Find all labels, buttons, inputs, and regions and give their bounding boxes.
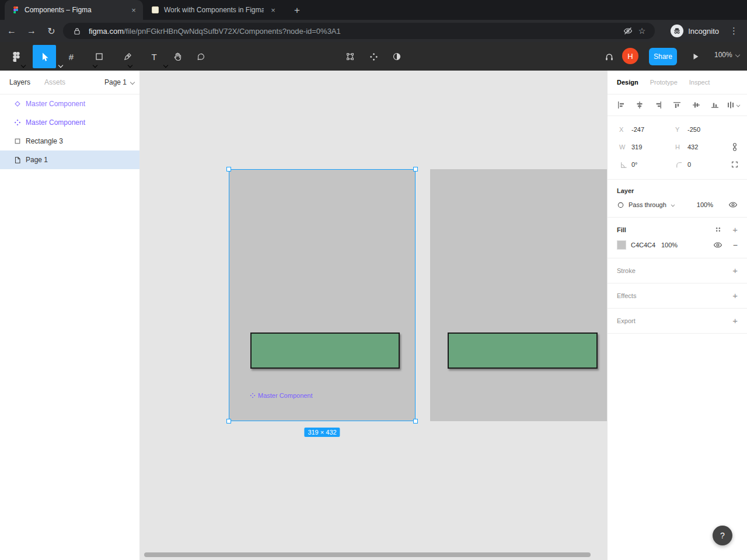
audio-call-button[interactable]	[598, 45, 621, 68]
add-effect-icon[interactable]: +	[732, 291, 738, 300]
help-button[interactable]: ?	[713, 526, 732, 545]
fill-row: C4C4C4 100% −	[617, 240, 738, 250]
move-tool-button[interactable]	[33, 45, 56, 68]
master-component-frame[interactable]	[229, 169, 416, 421]
fill-color-swatch[interactable]	[617, 240, 626, 250]
browser-menu-icon[interactable]: ⋮	[727, 24, 741, 38]
align-horizontal-center-icon[interactable]	[632, 98, 647, 112]
fill-section-title: Fill	[617, 226, 626, 233]
layer-row-master-component-frame[interactable]: Master Component	[0, 94, 139, 113]
height-input[interactable]: 432	[687, 144, 698, 150]
layer-name: Master Component	[26, 100, 85, 108]
master-component-rectangle[interactable]	[250, 332, 400, 369]
layer-row-page-1[interactable]: Page 1	[0, 150, 139, 169]
width-input[interactable]: 319	[631, 144, 642, 150]
pen-tool-button[interactable]	[116, 45, 139, 68]
y-input[interactable]: -250	[687, 126, 700, 133]
tab-design[interactable]: Design	[617, 79, 638, 86]
chevron-down-icon	[736, 103, 740, 107]
hand-icon	[173, 52, 182, 61]
fill-opacity-input[interactable]: 100%	[661, 242, 678, 249]
layer-name: Rectangle 3	[26, 137, 63, 145]
layer-visibility-icon[interactable]	[728, 201, 738, 209]
x-input[interactable]: -247	[631, 126, 644, 133]
rectangle-tool-icon	[95, 52, 103, 61]
add-fill-icon[interactable]: +	[732, 225, 738, 234]
add-stroke-icon[interactable]: +	[732, 266, 738, 275]
constrain-proportions-icon[interactable]	[731, 142, 739, 152]
align-right-icon[interactable]	[651, 98, 666, 112]
blend-mode-select[interactable]: Pass through	[617, 201, 675, 209]
independent-corners-icon[interactable]	[731, 160, 739, 169]
tab-inspect[interactable]: Inspect	[689, 79, 710, 86]
menu-chevron-icon[interactable]	[21, 63, 26, 68]
tab-assets[interactable]: Assets	[44, 78, 65, 86]
comment-tool-button[interactable]	[189, 45, 212, 68]
frame-tool-button[interactable]: #	[60, 45, 83, 68]
selection-size-badge: 319 × 432	[304, 428, 340, 437]
layer-section-title: Layer	[617, 187, 634, 194]
browser-tab-help-doc[interactable]: Work with Components in Figma ×	[144, 0, 282, 20]
create-component-button[interactable]	[362, 45, 385, 68]
edit-object-button[interactable]	[338, 45, 362, 68]
share-button[interactable]: Share	[649, 48, 677, 65]
figma-favicon-icon	[12, 6, 20, 14]
incognito-profile-chip[interactable]: Incognito	[671, 23, 719, 39]
fill-section: Fill + C4C4C4 100% −	[608, 218, 747, 258]
fill-hex-input[interactable]: C4C4C4	[631, 242, 661, 249]
page-selector[interactable]: Page 1	[104, 78, 135, 86]
forward-icon[interactable]: →	[23, 23, 40, 39]
mask-button[interactable]	[385, 45, 409, 68]
align-top-icon[interactable]	[669, 98, 685, 112]
layer-row-master-component[interactable]: Master Component	[0, 113, 139, 132]
layer-opacity-input[interactable]: 100%	[697, 201, 713, 208]
fill-visibility-icon[interactable]	[713, 241, 722, 249]
play-icon	[692, 52, 700, 61]
rotation-icon	[619, 161, 631, 169]
y-label: Y	[675, 126, 687, 133]
instance-rectangle[interactable]	[448, 332, 598, 369]
eye-off-icon[interactable]	[621, 24, 635, 38]
size-row: W 319 H 432	[608, 138, 747, 156]
avatar[interactable]: H	[622, 48, 638, 64]
instance-frame[interactable]	[430, 169, 607, 421]
profile-label: Incognito	[688, 27, 719, 36]
back-icon[interactable]: ←	[4, 23, 20, 39]
new-tab-button[interactable]: +	[289, 3, 305, 18]
present-button[interactable]	[684, 45, 707, 68]
align-bottom-icon[interactable]	[707, 98, 722, 112]
tab-layers[interactable]: Layers	[9, 78, 30, 86]
horizontal-scrollbar[interactable]	[144, 552, 591, 557]
headphones-icon	[605, 52, 614, 61]
bookmark-star-icon[interactable]: ☆	[635, 24, 649, 38]
canvas[interactable]: Master Component 319 × 432	[140, 71, 607, 560]
frame-tool-icon: #	[69, 52, 74, 62]
close-tab-icon[interactable]: ×	[268, 5, 278, 15]
layer-row-rectangle-3[interactable]: Rectangle 3	[0, 132, 139, 150]
reload-icon[interactable]: ↻	[43, 23, 60, 39]
rotation-input[interactable]: 0°	[631, 161, 638, 168]
align-vertical-center-icon[interactable]	[689, 98, 704, 112]
text-tool-icon: T	[151, 52, 156, 62]
corner-radius-input[interactable]: 0	[687, 161, 691, 168]
remove-fill-icon[interactable]: −	[733, 241, 738, 249]
add-export-icon[interactable]: +	[732, 316, 738, 325]
zoom-control[interactable]: 100%	[714, 51, 740, 59]
fill-styles-icon[interactable]	[714, 226, 722, 233]
tab-prototype[interactable]: Prototype	[650, 79, 678, 86]
address-bar[interactable]: figma.com/file/pnFGkrHBnQwNdqSufbV72X/Co…	[63, 23, 655, 39]
browser-tab-figma[interactable]: Components – Figma ×	[5, 0, 143, 20]
shape-tool-button[interactable]	[88, 45, 111, 68]
hand-tool-button[interactable]	[166, 45, 189, 68]
figma-app-window: Components – Figma × Work with Component…	[0, 0, 747, 560]
text-tool-button[interactable]: T	[142, 45, 166, 68]
figma-logo-icon	[13, 52, 20, 62]
component-canvas-label[interactable]: Master Component	[250, 392, 313, 399]
align-left-icon[interactable]	[613, 98, 629, 112]
figma-toolbar: # T	[0, 42, 747, 71]
component-icon	[369, 52, 378, 61]
distribute-more-icon[interactable]	[726, 98, 741, 112]
stroke-section-title: Stroke	[617, 267, 636, 274]
close-tab-icon[interactable]: ×	[129, 5, 138, 15]
effects-section-title: Effects	[617, 292, 636, 299]
